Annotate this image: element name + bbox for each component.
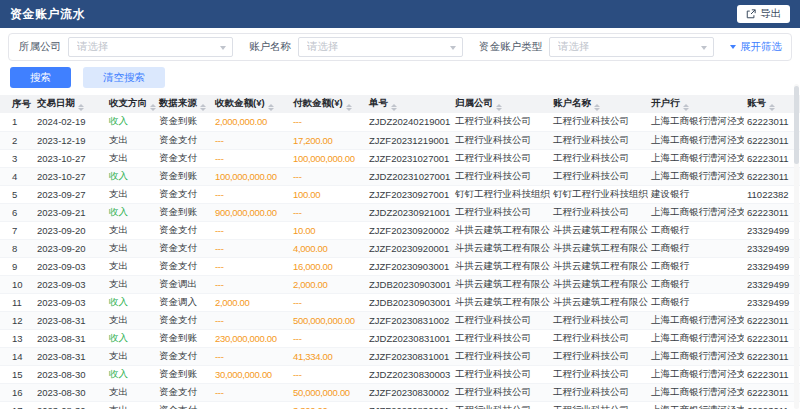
sort-icon[interactable] <box>268 104 274 112</box>
cell-direction: 收入 <box>106 113 156 131</box>
cell-order_no: ZJZF20230830002 <box>366 383 452 401</box>
cell-order_no: ZJZF20230831002 <box>366 311 452 329</box>
cell-receipt: --- <box>212 401 290 409</box>
search-button[interactable]: 搜索 <box>10 67 71 88</box>
cell-direction: 收入 <box>106 203 156 221</box>
cell-payment: 100.00 <box>290 185 366 203</box>
cell-no: 17 <box>0 401 34 409</box>
cell-payment: --- <box>290 293 366 311</box>
column-header-receipt[interactable]: 收款金额(¥) <box>212 95 290 113</box>
cell-account_no: 62223011 <box>744 347 800 365</box>
table-row: 112023-09-03收入资金调入2,000.00---ZJDB2023090… <box>0 293 800 311</box>
table-row: 102023-09-03支出资金调出---2,000.00ZJDB2023090… <box>0 275 800 293</box>
sort-icon[interactable] <box>346 104 352 112</box>
cell-account_name: 斗拱云建筑工程有限公司 <box>550 257 648 275</box>
export-button-label: 导出 <box>760 7 781 21</box>
cell-source: 资金支付 <box>156 185 212 203</box>
cell-bank: 上海工商银行漕河泾支行 <box>648 131 744 149</box>
cell-receipt: --- <box>212 257 290 275</box>
export-button[interactable]: 导出 <box>737 5 790 23</box>
cell-company: 工程行业科技公司 <box>452 329 550 347</box>
cell-order_no: ZJZF20230920001 <box>366 239 452 257</box>
cell-order_no: ZJDB20230903001 <box>366 293 452 311</box>
cell-payment: 17,200.00 <box>290 131 366 149</box>
sort-icon[interactable] <box>594 104 600 112</box>
cell-no: 8 <box>0 239 34 257</box>
cell-date: 2023-09-03 <box>34 275 106 293</box>
column-header-account_name[interactable]: 账户名称 <box>550 95 648 113</box>
column-header-payment[interactable]: 付款金额(¥) <box>290 95 366 113</box>
table-row: 32023-10-27支出资金支付---100,000,000.00ZJZF20… <box>0 149 800 167</box>
sort-icon[interactable] <box>496 104 502 112</box>
account-type-select[interactable]: 请选择 <box>549 37 714 57</box>
cell-date: 2023-09-03 <box>34 293 106 311</box>
sort-icon[interactable] <box>683 104 689 112</box>
cell-company: 钉钉工程行业科技组织 <box>452 185 550 203</box>
cell-account_no: 23329499 <box>744 221 800 239</box>
cell-account_name: 工程行业科技公司 <box>550 131 648 149</box>
filter-field-account-name: 账户名称 请选择 <box>249 37 463 57</box>
cell-account_no: 11022382 <box>744 185 800 203</box>
cell-account_no: 62223011 <box>744 329 800 347</box>
cell-no: 5 <box>0 185 34 203</box>
column-header-bank[interactable]: 开户行 <box>648 95 744 113</box>
cell-account_no: 62223011 <box>744 149 800 167</box>
cell-account_name: 斗拱云建筑工程有限公司 <box>550 275 648 293</box>
sort-icon[interactable] <box>391 104 397 112</box>
cell-payment: 3,300.00 <box>290 401 366 409</box>
cell-direction: 收入 <box>106 329 156 347</box>
cell-date: 2023-08-30 <box>34 401 106 409</box>
cell-date: 2023-09-21 <box>34 203 106 221</box>
company-select[interactable]: 请选择 <box>68 37 233 57</box>
cell-account_name: 斗拱云建筑工程有限公司 <box>550 293 648 311</box>
cell-company: 工程行业科技公司 <box>452 401 550 409</box>
cell-account_no: 62223011 <box>744 131 800 149</box>
table-row: 62023-09-21收入资金到账900,000,000.00---ZJDZ20… <box>0 203 800 221</box>
table-row: 12024-02-19收入资金到账2,000,000.00---ZJDZ2024… <box>0 113 800 131</box>
filter-field-company: 所属公司 请选择 <box>19 37 233 57</box>
cell-no: 11 <box>0 293 34 311</box>
cell-company: 斗拱云建筑工程有限公司 <box>452 239 550 257</box>
cell-order_no: ZJDZ20230831001 <box>366 329 452 347</box>
cell-account_no: 62223011 <box>744 365 800 383</box>
column-header-date[interactable]: 交易日期 <box>34 95 106 113</box>
table-row: 122023-08-31支出资金支付---500,000,000.00ZJZF2… <box>0 311 800 329</box>
cell-account_no: 62223011 <box>744 311 800 329</box>
scrollbar-thumb[interactable] <box>794 86 799 164</box>
cell-receipt: --- <box>212 311 290 329</box>
cell-bank: 上海工商银行漕河泾支行 <box>648 329 744 347</box>
cell-source: 资金到账 <box>156 329 212 347</box>
cell-company: 工程行业科技公司 <box>452 113 550 131</box>
cell-direction: 收入 <box>106 365 156 383</box>
cell-no: 14 <box>0 347 34 365</box>
cell-direction: 支出 <box>106 149 156 167</box>
cell-payment: 10.00 <box>290 221 366 239</box>
cell-source: 资金支付 <box>156 401 212 409</box>
cell-company: 斗拱云建筑工程有限公司 <box>452 221 550 239</box>
sort-icon[interactable] <box>150 104 156 112</box>
chevron-down-icon <box>730 45 736 49</box>
account-name-select[interactable]: 请选择 <box>298 37 463 57</box>
cell-date: 2023-10-27 <box>34 167 106 185</box>
column-header-direction[interactable]: 收支方向 <box>106 95 156 113</box>
column-header-source[interactable]: 数据来源 <box>156 95 212 113</box>
cell-company: 工程行业科技公司 <box>452 131 550 149</box>
sort-icon[interactable] <box>200 104 206 112</box>
cell-direction: 支出 <box>106 275 156 293</box>
column-header-company[interactable]: 归属公司 <box>452 95 550 113</box>
clear-search-button[interactable]: 清空搜索 <box>83 67 165 88</box>
table-row: 132023-08-31收入资金到账230,000,000.00---ZJDZ2… <box>0 329 800 347</box>
cell-no: 4 <box>0 167 34 185</box>
cell-company: 斗拱云建筑工程有限公司 <box>452 257 550 275</box>
sort-icon[interactable] <box>78 104 84 112</box>
column-header-account_no[interactable]: 账号 <box>744 95 800 113</box>
cell-direction: 支出 <box>106 257 156 275</box>
expand-filters-link[interactable]: 展开筛选 <box>730 40 782 54</box>
cell-source: 资金支付 <box>156 311 212 329</box>
vertical-scrollbar[interactable] <box>794 84 799 409</box>
column-header-order_no[interactable]: 单号 <box>366 95 452 113</box>
cell-company: 斗拱云建筑工程有限公司 <box>452 293 550 311</box>
cell-bank: 上海工商银行漕河泾支行 <box>648 401 744 409</box>
transactions-table: 序号交易日期收支方向数据来源收款金额(¥)付款金额(¥)单号归属公司账户名称开户… <box>0 95 800 409</box>
sort-icon[interactable] <box>769 104 775 112</box>
